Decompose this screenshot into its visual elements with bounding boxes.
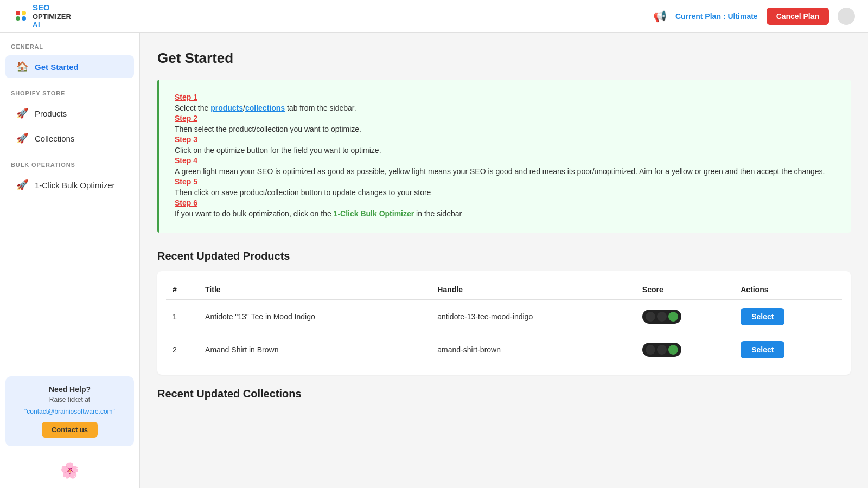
row-num: 1	[166, 300, 199, 333]
logo-dots	[13, 11, 28, 21]
logo-ai: AI	[33, 21, 71, 29]
bulk-optimizer-link[interactable]: 1-Click Bulk Optimizer	[334, 209, 414, 218]
col-handle: Handle	[431, 280, 636, 300]
logo-dot-green	[16, 16, 20, 21]
step-5-text: Then click on save product/collection bu…	[175, 187, 835, 198]
recent-products-table-card: # Title Handle Score Actions 1Antidote "…	[157, 271, 851, 375]
plan-icon: 📢	[653, 10, 667, 23]
step-6-label[interactable]: Step 6	[175, 198, 835, 207]
row-title: Amand Shirt in Brown	[199, 333, 431, 367]
steps-card: Step 1 Select the products/collections t…	[157, 80, 851, 233]
logo-dot-red	[16, 11, 20, 15]
collections-icon: 🚀	[16, 132, 28, 144]
row-num: 2	[166, 333, 199, 367]
score-dot-dark	[657, 345, 667, 355]
col-score: Score	[636, 280, 734, 300]
help-email: "contact@brainiosoftware.com"	[14, 408, 125, 415]
products-link[interactable]: products	[210, 104, 243, 112]
col-num: #	[166, 280, 199, 300]
sidebar-item-collections[interactable]: 🚀 Collections	[5, 127, 134, 150]
score-dot-green	[668, 312, 678, 322]
score-dot-dark	[657, 312, 667, 322]
sidebar-item-label: 1-Click Bulk Optimizer	[35, 181, 115, 190]
score-dot-dark	[646, 312, 655, 322]
step-5-label[interactable]: Step 5	[175, 177, 835, 186]
select-product-button[interactable]: Select	[741, 341, 784, 358]
bulk-icon: 🚀	[16, 179, 28, 191]
topbar: SEO OPTIMIZER AI 📢 Current Plan : Ultima…	[0, 0, 868, 33]
row-action: Select	[734, 300, 842, 333]
avatar	[838, 8, 855, 25]
score-dot-green	[668, 345, 678, 355]
sidebar-item-get-started[interactable]: 🏠 Get Started	[5, 55, 134, 78]
step-5: Step 5 Then click on save product/collec…	[175, 177, 835, 198]
step-4-text: A green light mean your SEO is optimized…	[175, 166, 835, 177]
step-6-text: If you want to do bulk optimization, cli…	[175, 208, 835, 220]
products-tbody: 1Antidote "13" Tee in Mood Indigoantidot…	[166, 300, 842, 366]
row-handle: antidote-13-tee-mood-indigo	[431, 300, 636, 333]
score-badge	[642, 343, 681, 357]
flower-icon: 🌸	[0, 461, 139, 479]
row-score	[636, 300, 734, 333]
sidebar-item-label: Get Started	[35, 62, 79, 72]
logo-text: SEO OPTIMIZER AI	[33, 3, 71, 29]
home-icon: 🏠	[16, 61, 28, 73]
row-score	[636, 333, 734, 367]
step-3-text: Click on the optimize button for the fie…	[175, 145, 835, 156]
step-2-text: Then select the product/collection you w…	[175, 124, 835, 135]
help-title: Need Help?	[14, 385, 125, 394]
recent-products-table: # Title Handle Score Actions 1Antidote "…	[166, 280, 842, 366]
collections-link[interactable]: collections	[245, 104, 285, 112]
step-6: Step 6 If you want to do bulk optimizati…	[175, 198, 835, 220]
table-row: 2Amand Shirt in Brownamand-shirt-brownSe…	[166, 333, 842, 367]
topbar-right: 📢 Current Plan : Ultimate Cancel Plan	[653, 8, 855, 25]
row-title: Antidote "13" Tee in Mood Indigo	[199, 300, 431, 333]
recent-products-title: Recent Updated Products	[157, 250, 851, 262]
logo: SEO OPTIMIZER AI	[13, 3, 71, 29]
score-dot-dark	[646, 345, 655, 355]
step-1-label[interactable]: Step 1	[175, 93, 835, 101]
row-action: Select	[734, 333, 842, 367]
logo-dot-blue	[22, 16, 26, 21]
sidebar-item-label: Collections	[35, 134, 74, 143]
plan-info: Current Plan : Ultimate	[675, 12, 758, 21]
content-area: Get Started Step 1 Select the products/c…	[140, 33, 868, 488]
step-4: Step 4 A green light mean your SEO is op…	[175, 156, 835, 177]
step-2: Step 2 Then select the product/collectio…	[175, 114, 835, 135]
step-1-text: Select the products/collections tab from…	[175, 102, 835, 114]
sidebar-bulk-label: BULK OPERATIONS	[0, 151, 139, 172]
logo-brand: SEO OPTIMIZER	[33, 3, 71, 21]
score-badge	[642, 310, 681, 324]
col-title: Title	[199, 280, 431, 300]
table-row: 1Antidote "13" Tee in Mood Indigoantidot…	[166, 300, 842, 333]
step-3: Step 3 Click on the optimize button for …	[175, 135, 835, 156]
help-text: Raise ticket at	[14, 396, 125, 403]
col-actions: Actions	[734, 280, 842, 300]
sidebar-shopify-label: SHOPIFY STORE	[0, 79, 139, 101]
step-3-label[interactable]: Step 3	[175, 135, 835, 144]
step-2-label[interactable]: Step 2	[175, 114, 835, 123]
step-1: Step 1 Select the products/collections t…	[175, 93, 835, 114]
sidebar-item-products[interactable]: 🚀 Products	[5, 102, 134, 125]
sidebar-item-bulk-optimizer[interactable]: 🚀 1-Click Bulk Optimizer	[5, 174, 134, 196]
recent-collections-title: Recent Updated Collections	[157, 388, 851, 400]
main-layout: GENERAL 🏠 Get Started SHOPIFY STORE 🚀 Pr…	[0, 33, 868, 488]
sidebar: GENERAL 🏠 Get Started SHOPIFY STORE 🚀 Pr…	[0, 33, 140, 488]
contact-us-button[interactable]: Contact us	[42, 422, 98, 438]
sidebar-item-label: Products	[35, 109, 67, 118]
sidebar-general-label: GENERAL	[0, 33, 139, 54]
page-title: Get Started	[157, 50, 851, 67]
cancel-plan-button[interactable]: Cancel Plan	[767, 8, 829, 25]
select-product-button[interactable]: Select	[741, 308, 784, 325]
table-header: # Title Handle Score Actions	[166, 280, 842, 300]
products-icon: 🚀	[16, 107, 28, 119]
row-handle: amand-shirt-brown	[431, 333, 636, 367]
help-card: Need Help? Raise ticket at "contact@brai…	[5, 376, 134, 446]
step-4-label[interactable]: Step 4	[175, 156, 835, 165]
logo-dot-yellow	[22, 11, 26, 15]
